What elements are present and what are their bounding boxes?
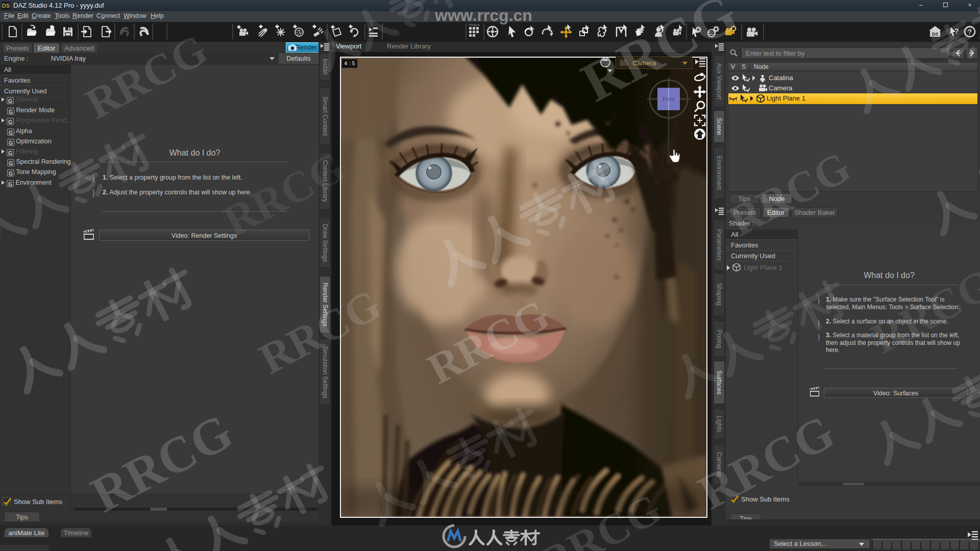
svg-text:Front: Front: [663, 96, 675, 102]
svg-text:?: ?: [954, 27, 959, 35]
svg-text:?: ?: [968, 28, 972, 36]
svg-text:DS: DS: [932, 32, 939, 37]
svg-text:PIXELS: PIXELS: [469, 23, 480, 27]
